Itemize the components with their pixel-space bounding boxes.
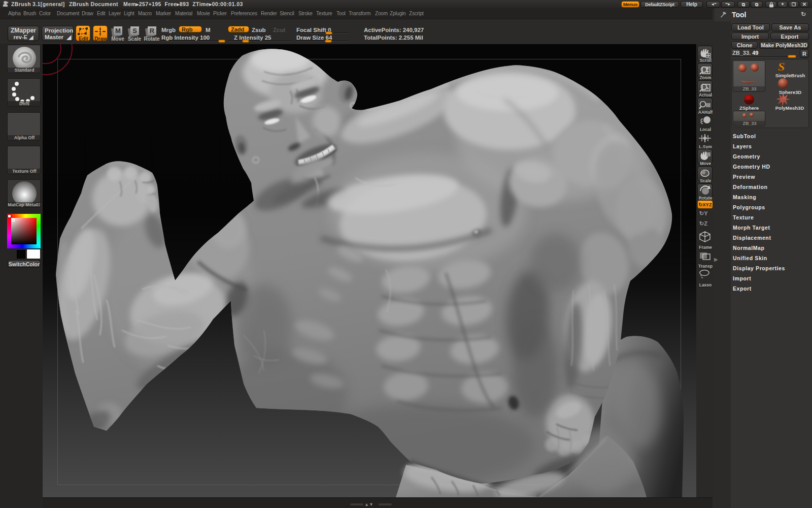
svg-text:S: S bbox=[778, 60, 785, 73]
